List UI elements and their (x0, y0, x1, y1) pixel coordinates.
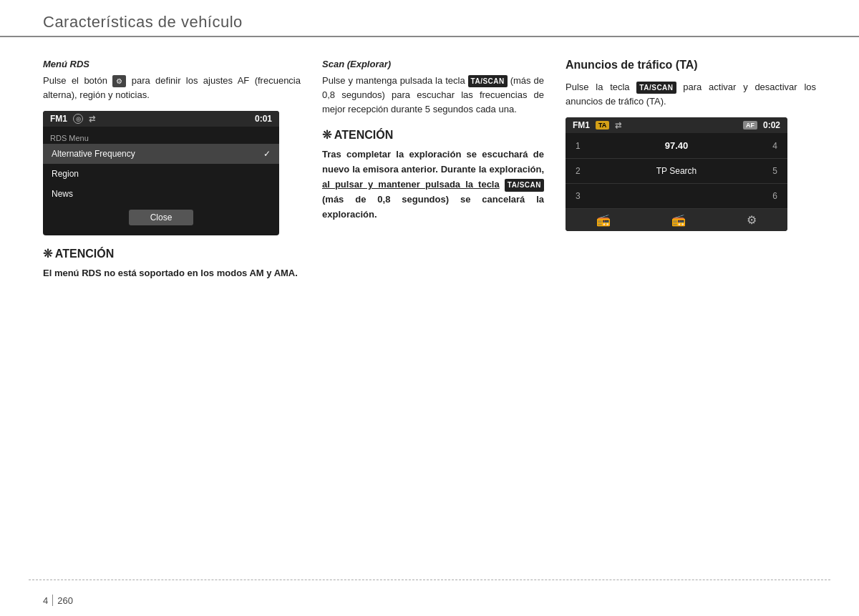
menu-item-label: Alternative Frequency (52, 149, 135, 159)
mid-para1: Pulse y mantenga pulsada la tecla TA/SCA… (322, 74, 544, 117)
ta-screen-time: 0:02 (763, 120, 780, 130)
ta-scan-badge-2: TA/SCAN (505, 179, 544, 192)
check-icon: ✓ (263, 149, 271, 159)
cell-num-5: 5 (714, 159, 787, 184)
ta-grid: 1 97.40 4 2 TP Search 5 3 6 (566, 133, 787, 209)
screen-status-bar: FM1 ◎ ⇄ 0:01 (43, 111, 279, 127)
attention-title-mid: ❊ ATENCIÓN (322, 128, 544, 142)
af-badge: AF (743, 121, 757, 129)
menu-item-alternative-frequency[interactable]: Alternative Frequency ✓ (43, 144, 279, 164)
left-section-title: Menú RDS (43, 59, 301, 69)
right-column: Anuncios de tráfico (TA) Pulse la tecla … (566, 59, 816, 287)
rds-screen-mockup: FM1 ◎ ⇄ 0:01 RDS Menu Alternative Freque… (43, 111, 279, 235)
ta-screen-status-bar: FM1 TA ⇄ AF 0:02 (566, 117, 787, 133)
attention-box-left: ❊ ATENCIÓN El menú RDS no está soportado… (43, 247, 301, 281)
right-para1: Pulse la tecla TA/SCAN para activar y de… (566, 80, 816, 109)
left-column: Menú RDS Pulse el botón ⚙ para definir l… (43, 59, 301, 287)
ta-screen-mockup: FM1 TA ⇄ AF 0:02 1 97.40 4 2 TP Search 5 (566, 117, 787, 231)
ta-scan-badge-1: TA/SCAN (468, 75, 508, 88)
settings-icon: ⚙ (747, 213, 757, 227)
page-title: Características de vehículo (43, 13, 816, 31)
content-area: Menú RDS Pulse el botón ⚙ para definir l… (0, 37, 859, 308)
attention-title-left: ❊ ATENCIÓN (43, 247, 301, 260)
footer-chapter: 4 (43, 595, 48, 606)
cell-val-1: 97.40 (639, 133, 713, 159)
radio-icon-2: 📻 (671, 213, 686, 227)
arrows-icon: ⇄ (89, 114, 95, 124)
page-footer: 4 260 (43, 595, 73, 606)
attention-asterisk: ❊ (43, 248, 55, 260)
cell-num-1: 1 (566, 133, 639, 159)
cell-num-2: 2 (566, 159, 639, 184)
attention-label-mid: ATENCIÓN (334, 129, 393, 141)
cell-val-3 (639, 184, 713, 209)
menu-label: RDS Menu (43, 131, 279, 144)
left-para1: Pulse el botón ⚙ para definir los ajuste… (43, 74, 301, 102)
cell-num-3: 3 (566, 184, 639, 209)
footer-numbers: 4 260 (43, 595, 73, 606)
mid-section-title: Scan (Explorar) (322, 59, 544, 69)
footer-separator (52, 595, 53, 606)
circle-icon: ◎ (73, 114, 83, 124)
cell-val-2: TP Search (639, 159, 713, 184)
ta-bottom-bar: 📻 📻 ⚙ (566, 209, 787, 231)
menu-item-label: News (52, 189, 73, 199)
screen-time: 0:01 (255, 114, 272, 124)
ta-scan-badge-right: TA/SCAN (636, 82, 676, 94)
close-button[interactable]: Close (129, 210, 194, 225)
screen-status-left: FM1 ◎ ⇄ (50, 114, 95, 124)
mid-column: Scan (Explorar) Pulse y mantenga pulsada… (322, 59, 544, 287)
close-button-container: Close (43, 204, 279, 231)
page-header: Características de vehículo (0, 0, 859, 37)
footer-divider (29, 580, 830, 580)
ta-status-left: FM1 TA ⇄ (573, 120, 621, 130)
ta-fm-label: FM1 (573, 120, 590, 130)
ta-badge: TA (596, 121, 609, 129)
right-section-title: Anuncios de tráfico (TA) (566, 59, 816, 72)
rds-menu: RDS Menu Alternative Frequency ✓ Region … (43, 127, 279, 235)
underline-text: al pulsar y mantener pulsada la tecla (322, 179, 500, 190)
screen-fm-label: FM1 (50, 114, 67, 124)
attention-box-mid: ❊ ATENCIÓN Tras completar la exploración… (322, 128, 544, 222)
attention-label: ATENCIÓN (55, 248, 114, 260)
attention-text-mid: Tras completar la exploración se escucha… (322, 147, 544, 222)
attention-text-left: El menú RDS no está soportado en los mod… (43, 266, 301, 281)
ta-status-right: AF 0:02 (743, 120, 780, 130)
arrows-icon-right: ⇄ (615, 121, 621, 130)
cell-num-4: 4 (714, 133, 787, 159)
attention-asterisk-mid: ❊ (322, 129, 334, 141)
radio-icon-1: 📻 (596, 213, 611, 227)
cell-num-6: 6 (714, 184, 787, 209)
menu-item-region[interactable]: Region (43, 164, 279, 184)
footer-page: 260 (57, 595, 73, 606)
gear-icon: ⚙ (112, 75, 126, 88)
menu-item-label: Region (52, 169, 79, 179)
menu-item-news[interactable]: News (43, 184, 279, 204)
